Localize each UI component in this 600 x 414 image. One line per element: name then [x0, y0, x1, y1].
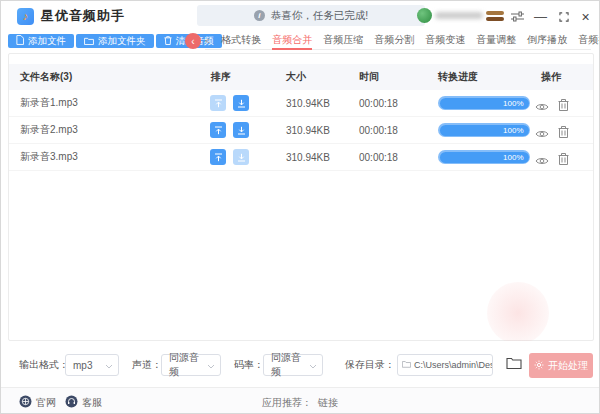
table-row: 新录音2.mp3 310.94KB 00:00:18 100% — [9, 117, 593, 144]
progress-bar: 100% — [438, 123, 530, 137]
titlebar: ♪ 星优音频助手 i 恭喜你，任务已完成! — × — [1, 1, 599, 31]
save-dir-input[interactable]: C:\Users\admin\Deskto — [397, 354, 493, 376]
progress-value: 100% — [503, 99, 528, 108]
delete-icon[interactable] — [558, 151, 569, 169]
notification-text: 恭喜你，任务已完成! — [271, 9, 368, 23]
bitrate-value: 同源音频 — [271, 351, 309, 379]
add-folder-label: 添加文件夹 — [98, 35, 146, 48]
tab-reverse-play[interactable]: 倒序播放 — [527, 32, 567, 50]
maximize-icon[interactable] — [555, 8, 572, 25]
folder-small-icon — [402, 360, 411, 370]
tab-audio-extract[interactable]: 音频提取 — [578, 32, 600, 50]
delete-icon[interactable] — [558, 124, 569, 142]
move-down-button[interactable] — [233, 95, 249, 111]
table-row: 新录音1.mp3 310.94KB 00:00:18 100% — [9, 90, 593, 117]
channel-select[interactable]: 同源音频 — [161, 354, 221, 376]
chevron-down-icon — [309, 360, 317, 371]
output-settings-bar: 输出格式： mp3 声道： 同源音频 码率： 同源音频 保存目录： C:\Use… — [1, 341, 599, 387]
trash-icon — [164, 36, 172, 47]
start-processing-button[interactable]: 开始处理 — [529, 353, 593, 378]
settings-icon[interactable] — [509, 8, 526, 25]
bitrate-select[interactable]: 同源音频 — [263, 354, 323, 376]
chevron-down-icon — [105, 360, 113, 371]
header-filename: 文件名称(3) — [20, 64, 72, 90]
channel-label: 声道： — [132, 358, 162, 372]
file-size: 310.94KB — [286, 117, 330, 143]
move-down-button[interactable] — [233, 149, 249, 165]
file-table-panel: 文件名称(3) 排序 大小 时间 转换进度 操作 新录音1.mp3 310.94… — [8, 53, 594, 341]
preview-icon[interactable] — [535, 98, 549, 116]
app-title: 星优音频助手 — [41, 7, 125, 25]
preview-icon[interactable] — [535, 152, 549, 170]
output-format-select[interactable]: mp3 — [65, 354, 119, 376]
add-file-button[interactable]: 添加文件 — [8, 34, 74, 48]
notification-banner: i 恭喜你，任务已完成! — [197, 5, 425, 26]
save-dir-value: C:\Users\admin\Deskto — [414, 360, 493, 370]
feature-tabs: < 格式转换 音频合并 音频压缩 音频分割 音频变速 音量调整 倒序播放 音频提… — [205, 32, 591, 50]
tab-volume-adjust[interactable]: 音量调整 — [476, 32, 516, 50]
collapse-tabs-button[interactable]: ‹ — [185, 33, 201, 49]
header-size: 大小 — [286, 64, 306, 90]
app-brand: ♪ 星优音频助手 — [17, 7, 125, 25]
file-name: 新录音2.mp3 — [20, 117, 78, 143]
watermark — [487, 282, 549, 344]
header-progress: 转换进度 — [438, 64, 478, 90]
folder-icon — [84, 36, 94, 47]
folder-open-icon — [506, 357, 522, 373]
redacted-text — [435, 12, 483, 19]
move-up-button[interactable] — [210, 95, 226, 111]
delete-icon[interactable] — [558, 97, 569, 115]
tab-format-convert[interactable]: 格式转换 — [221, 32, 261, 50]
file-size: 310.94KB — [286, 90, 330, 116]
channel-value: 同源音频 — [169, 351, 207, 379]
table-row: 新录音3.mp3 310.94KB 00:00:18 100% — [9, 144, 593, 171]
move-up-button[interactable] — [210, 149, 226, 165]
add-file-label: 添加文件 — [28, 35, 66, 48]
file-name: 新录音3.mp3 — [20, 144, 78, 170]
gear-icon — [534, 360, 544, 372]
progress-bar: 100% — [438, 150, 530, 164]
bitrate-label: 码率： — [234, 358, 264, 372]
minimize-icon[interactable]: — — [532, 8, 549, 25]
file-duration: 00:00:18 — [359, 117, 398, 143]
preview-icon[interactable] — [535, 125, 549, 143]
move-down-button[interactable] — [233, 122, 249, 138]
tabs-scroll-left-icon[interactable]: < — [205, 36, 210, 46]
recommend-label: 应用推荐： — [262, 397, 312, 408]
close-icon[interactable]: × — [577, 8, 594, 25]
header-actions: 操作 — [541, 64, 561, 90]
redacted-promo — [417, 7, 504, 24]
app-window: ♪ 星优音频助手 i 恭喜你，任务已完成! — × 添加文件 添加文件夹 — [0, 0, 600, 414]
table-header: 文件名称(3) 排序 大小 时间 转换进度 操作 — [9, 64, 593, 90]
progress-value: 100% — [503, 153, 528, 162]
redacted-badge — [486, 11, 504, 21]
file-duration: 00:00:18 — [359, 90, 398, 116]
output-format-label: 输出格式： — [19, 358, 69, 372]
file-size: 310.94KB — [286, 144, 330, 170]
tab-audio-speed[interactable]: 音频变速 — [425, 32, 465, 50]
start-processing-label: 开始处理 — [548, 359, 588, 373]
add-folder-button[interactable]: 添加文件夹 — [76, 34, 154, 48]
file-duration: 00:00:18 — [359, 144, 398, 170]
save-dir-label: 保存目录： — [345, 358, 395, 372]
promo-logo-icon — [417, 8, 432, 23]
file-icon — [16, 35, 24, 47]
header-time: 时间 — [359, 64, 379, 90]
output-format-value: mp3 — [73, 360, 92, 371]
chevron-down-icon — [207, 360, 215, 371]
recommend-link[interactable]: 链接 — [318, 397, 338, 408]
app-recommend: 应用推荐：链接 — [1, 396, 599, 410]
footer: 官网 客服 应用推荐：链接 — [1, 387, 599, 414]
progress-value: 100% — [503, 126, 528, 135]
progress-bar: 100% — [438, 96, 530, 110]
tab-audio-split[interactable]: 音频分割 — [374, 32, 414, 50]
tab-audio-compress[interactable]: 音频压缩 — [323, 32, 363, 50]
app-logo-icon: ♪ — [17, 8, 34, 25]
file-name: 新录音1.mp3 — [20, 90, 78, 116]
info-icon: i — [254, 10, 265, 21]
move-up-button[interactable] — [210, 122, 226, 138]
header-sort: 排序 — [211, 64, 231, 90]
tab-audio-merge[interactable]: 音频合并 — [272, 32, 312, 50]
browse-folder-button[interactable] — [503, 354, 525, 376]
